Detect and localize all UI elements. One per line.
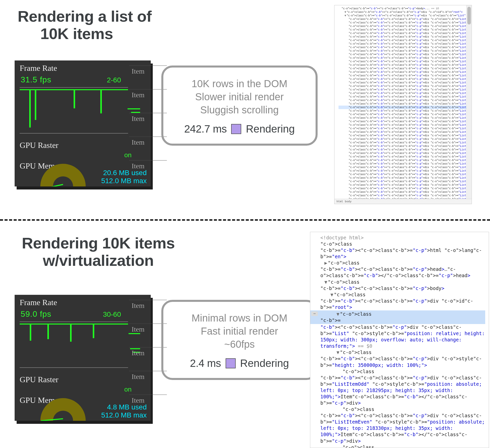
callout-stat: 2.4 ms Rendering: [172, 357, 307, 369]
dom-line-selected[interactable]: ⋯▼"c-o">class"c-b">=: [310, 310, 485, 324]
dom-line[interactable]: "c-o">class"c-b">="c-b"><"c-o">class"c-b…: [339, 166, 470, 169]
dom-tree[interactable]: "c-o">class"c-b">="c-b"><"c-o">class"c-b…: [334, 5, 472, 202]
fps-spike: [70, 324, 72, 342]
dom-line[interactable]: "c-o">class: [324, 241, 485, 247]
dom-line[interactable]: "c-o">class"c-b">="c-b"><"c-o">class"c-b…: [339, 56, 470, 60]
devtools-elements-virtual[interactable]: <!doctype html>"c-o">class"c-b">="c-b"><…: [310, 232, 489, 448]
dom-line[interactable]: "c-o">class"c-b">="c-b"><"c-o">class"c-b…: [339, 183, 470, 187]
gpu-memory-max: 512.0 MB max: [101, 411, 147, 419]
dom-line[interactable]: ▶"c-o">class: [328, 260, 485, 266]
expand-collapse-ellipsis-icon[interactable]: ⋯: [311, 311, 318, 316]
dom-line[interactable]: "c-o">class"c-b">="c-b"><"c-o">class"c-b…: [339, 137, 470, 141]
elements-breadcrumb[interactable]: html body: [334, 199, 472, 204]
dom-line[interactable]: "c-o">class"c-b">="c-b"><"c-o">class"c-b…: [339, 176, 470, 180]
dom-line[interactable]: "c-o">class"c-b">="c-b"><"c-o">class"c-b…: [339, 67, 470, 70]
page-root: Rendering a list of 10K items Frame Rate…: [0, 0, 490, 448]
fps-chart: [20, 87, 128, 134]
devtools-elements-nonvirtual[interactable]: "c-o">class"c-b">="c-b"><"c-o">class"c-b…: [334, 5, 472, 204]
dom-line[interactable]: "c-o">class"c-b">="c-b"><"c-o">class"c-b…: [339, 42, 470, 46]
dom-tree[interactable]: <!doctype html>"c-o">class"c-b">="c-b"><…: [310, 232, 489, 448]
dom-line[interactable]: "c-o">class"c-b">="c-b"><"c-o">class"c-b…: [339, 109, 470, 113]
dom-line[interactable]: "c-o">class"c-b">="c-b"><"c-o">class"c-b…: [339, 141, 470, 144]
perf-panel-nonvirtual: Frame Rate 31.5 fps 2-60 GPU Raster on G…: [15, 60, 151, 186]
rendering-time: 2.4 ms: [190, 357, 221, 369]
dom-line[interactable]: "c-o">class"c-b">="c-b"><"c-o">class"c-b…: [339, 194, 470, 197]
dom-line[interactable]: "c-o">class"c-b">="c-b"><"c-o">class"c-b…: [339, 53, 470, 56]
dom-line[interactable]: "c-o">class"c-b">="c-b"><"c-o">class"c-b…: [339, 99, 470, 102]
dom-line[interactable]: "c-o">class"c-b">="c-b"><"c-o">class"c-b…: [339, 17, 470, 21]
dom-line[interactable]: "c-o">class"c-b">="c-b"><"c-o">class"c-b…: [339, 127, 470, 130]
callout-line: Sluggish scrolling: [172, 103, 307, 116]
fps-range: 2-60: [107, 76, 121, 84]
callout-nonvirtual: 10K rows in the DOM Slower initial rende…: [161, 66, 318, 146]
fps-baseline: [20, 324, 128, 325]
callout-line: ~60fps: [172, 338, 307, 351]
dom-line[interactable]: "c-o">class"c-b">="c-b"><"c-o">class"c-b…: [339, 84, 470, 88]
dom-line[interactable]: "c-o">class"c-b">="c-b"><"c-o">class"c-b…: [339, 106, 470, 109]
dom-line[interactable]: "c-o">class: [346, 368, 485, 375]
rendering-swatch-icon: [231, 124, 241, 134]
dom-line[interactable]: "c-o">class: [346, 444, 485, 448]
dom-line[interactable]: "c-o">class"c-b">="c-b"><"c-o">class"c-b…: [339, 21, 470, 24]
title-top: Rendering a list of 10K items: [18, 8, 159, 43]
dom-line[interactable]: "c-o">class"c-b">="c-b"><"c-o">class"c-b…: [339, 130, 470, 134]
dom-line[interactable]: ▼"c-o">class: [328, 279, 485, 285]
scrollbar[interactable]: [466, 5, 472, 199]
dom-line[interactable]: "c-o">class"c-b">="c-b"><"c-o">class"c-b…: [339, 7, 470, 10]
scrollbar-thumb[interactable]: [467, 7, 471, 24]
dom-line[interactable]: "c-o">class"c-b">="c-b"><"c-o">class"c-b…: [339, 144, 470, 148]
dom-line[interactable]: "c-o">class"c-b">="c-b"><"c-o">class"c-b…: [339, 63, 470, 67]
dom-line[interactable]: "c-o">class"c-b">="c-b"><"c-o">class"c-b…: [339, 102, 470, 106]
dom-line[interactable]: "c-o">class"c-b">="c-b"><"c-o">class"c-b…: [339, 31, 470, 35]
gpu-raster-value: on: [124, 386, 132, 393]
dom-line[interactable]: ▼"c-o">class"c-b">="c-b"><"c-o">class"c-…: [339, 14, 470, 17]
dom-line[interactable]: "c-o">class"c-b">="c-b"><"c-o">class"c-b…: [339, 77, 470, 81]
mini-chart-line: [128, 108, 140, 112]
dom-line[interactable]: "c-o">class"c-b">="c-b"><"c-o">class"c-b…: [339, 162, 470, 166]
dom-line[interactable]: "c-o">class"c-b">="c-b"><"c-o">class"c-b…: [339, 95, 470, 99]
title-bottom-line2: w/virtualization: [13, 252, 184, 269]
dom-line[interactable]: "c-o">class"c-b">="c-b"><"c-o">class"c-b…: [339, 151, 470, 155]
dom-line[interactable]: ▼"c-o">class: [340, 349, 485, 356]
perf-panel-virtual: Frame Rate 59.0 fps 30-60 GPU Raster on …: [15, 295, 151, 421]
dom-line[interactable]: "c-o">class"c-b">="c-b"><"c-o">class"c-b…: [339, 74, 470, 77]
dom-line[interactable]: <!doctype html>: [324, 235, 485, 241]
callout-virtual: Minimal rows in DOM Fast initial render …: [161, 300, 318, 380]
gpu-memory-used: 4.8 MB used: [107, 403, 147, 411]
dom-line[interactable]: "c-o">class"c-b">="c-b"><"c-o">class"c-b…: [339, 39, 470, 42]
dom-line[interactable]: "c-o">class"c-b">="c-b"><"c-o">class"c-b…: [339, 60, 470, 63]
dom-line[interactable]: "c-o">class"c-b">="c-b"><"c-o">class"c-b…: [339, 173, 470, 176]
dom-line[interactable]: "c-o">class"c-b">="c-b"><"c-o">class"c-b…: [339, 35, 470, 39]
dom-line[interactable]: "c-o">class"c-b">="c-b"><"c-o">class"c-b…: [339, 158, 470, 162]
dom-line[interactable]: "c-o">class"c-b">="c-b"><"c-o">class"c-b…: [339, 28, 470, 31]
dom-line[interactable]: "c-o">class"c-b">="c-b"><"c-o">class"c-b…: [339, 24, 470, 28]
dom-line[interactable]: ▼"c-o">class"c-b">="c-b"><"c-o">class"c-…: [339, 10, 470, 14]
dom-line[interactable]: ▼"c-o">class: [334, 292, 485, 298]
dom-line[interactable]: "c-o">class"c-b">="c-b"><"c-o">class"c-b…: [339, 190, 470, 194]
dom-line[interactable]: "c-o">class"c-b">="c-b"><"c-o">class"c-b…: [339, 148, 470, 151]
dom-line[interactable]: "c-o">class"c-b">="c-b"><"c-o">class"c-b…: [339, 116, 470, 120]
dom-line[interactable]: "c-o">class"c-b">="c-b"><"c-o">class"c-b…: [339, 134, 470, 137]
dom-line[interactable]: "c-o">class"c-b">="c-b"><"c-o">class"c-b…: [339, 120, 470, 123]
dom-line[interactable]: "c-o">class"c-b">="c-b"><"c-o">class"c-b…: [339, 46, 470, 49]
dom-line[interactable]: "c-o">class"c-b">="c-b"><"c-o">class"c-b…: [339, 155, 470, 158]
dom-line[interactable]: "c-o">class"c-b">="c-b"><"c-o">class"c-b…: [339, 49, 470, 53]
callout-line: Slower initial render: [172, 90, 307, 103]
rendering-time: 242.7 ms: [184, 123, 227, 135]
gpu-raster-label: GPU Raster: [20, 375, 58, 384]
dom-line[interactable]: "c-o">class"c-b">="c-b"><"c-o">class"c-b…: [339, 180, 470, 183]
fps-spike: [47, 324, 49, 339]
frame-rate-label: Frame Rate: [20, 298, 57, 307]
fps-spike: [74, 90, 75, 108]
dom-line[interactable]: "c-o">class"c-b">="c-b"><"c-o">class"c-b…: [339, 91, 470, 95]
dom-line[interactable]: "c-o">class"c-b">="c-b"><"c-o">class"c-b…: [339, 169, 470, 173]
dom-line[interactable]: "c-o">class: [346, 406, 485, 412]
dom-line[interactable]: "c-o">class"c-b">="c-b"><"c-o">class"c-b…: [339, 81, 470, 84]
fps-spike: [35, 90, 36, 120]
dom-line[interactable]: "c-o">class"c-b">="c-b"><"c-o">class"c-b…: [339, 113, 470, 116]
mini-chart-line: [133, 352, 140, 355]
dom-line[interactable]: "c-o">class"c-b">="c-b"><"c-o">class"c-b…: [339, 88, 470, 91]
dom-line[interactable]: "c-o">class"c-b">="c-b"><"c-o">class"c-b…: [339, 187, 470, 190]
dom-line[interactable]: "c-o">class"c-b">="c-b"><"c-o">class"c-b…: [339, 123, 470, 127]
dom-line[interactable]: "c-o">class"c-b">="c-b"><"c-o">class"c-b…: [339, 70, 470, 74]
